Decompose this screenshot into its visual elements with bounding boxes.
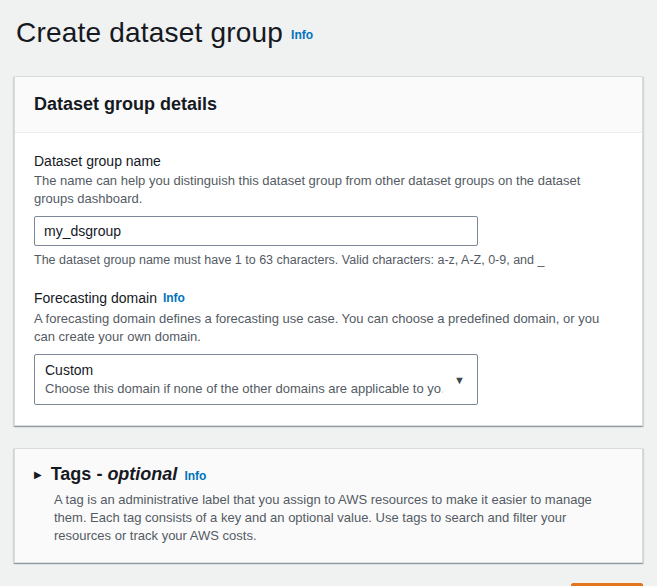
tags-description: A tag is an administrative label that yo… <box>54 491 623 545</box>
tags-info-link[interactable]: Info <box>184 469 206 483</box>
tags-card: ▶ Tags - optionalInfo A tag is an admini… <box>14 448 643 563</box>
forecasting-domain-select[interactable]: Custom Choose this domain if none of the… <box>34 354 478 405</box>
tags-title-optional: optional <box>107 464 177 484</box>
dataset-group-details-card: Dataset group details Dataset group name… <box>14 76 643 426</box>
forecasting-domain-label-text: Forecasting domain <box>34 290 157 306</box>
forecasting-domain-description: A forecasting domain defines a forecasti… <box>34 310 623 346</box>
dataset-group-name-description: The name can help you distinguish this d… <box>34 172 623 208</box>
page-header: Create dataset groupInfo <box>16 17 643 49</box>
dataset-group-name-constraint: The dataset group name must have 1 to 63… <box>34 252 623 268</box>
tags-title: Tags - optional <box>51 464 178 485</box>
selected-domain-value: Custom <box>45 360 443 380</box>
forecasting-domain-label: Forecasting domainInfo <box>34 289 623 308</box>
forecasting-domain-info-link[interactable]: Info <box>163 291 185 305</box>
dataset-group-name-field: Dataset group name The name can help you… <box>34 152 623 268</box>
card-body: Dataset group name The name can help you… <box>15 133 642 425</box>
dataset-group-name-input[interactable] <box>34 216 478 246</box>
chevron-down-icon: ▼ <box>454 374 465 386</box>
forecasting-domain-field: Forecasting domainInfo A forecasting dom… <box>34 289 623 405</box>
card-title: Dataset group details <box>34 94 623 115</box>
page-info-link[interactable]: Info <box>291 28 313 42</box>
card-header: Dataset group details <box>15 77 642 133</box>
chevron-right-icon: ▶ <box>34 469 42 480</box>
create-dataset-group-page: Create dataset groupInfo Dataset group d… <box>0 0 657 586</box>
selected-domain-description: Choose this domain if none of the other … <box>45 380 443 398</box>
tags-title-prefix: Tags - <box>51 464 108 484</box>
tags-expand-header[interactable]: ▶ Tags - optionalInfo <box>34 464 623 485</box>
page-title: Create dataset group <box>16 17 283 48</box>
dataset-group-name-label: Dataset group name <box>34 152 623 170</box>
